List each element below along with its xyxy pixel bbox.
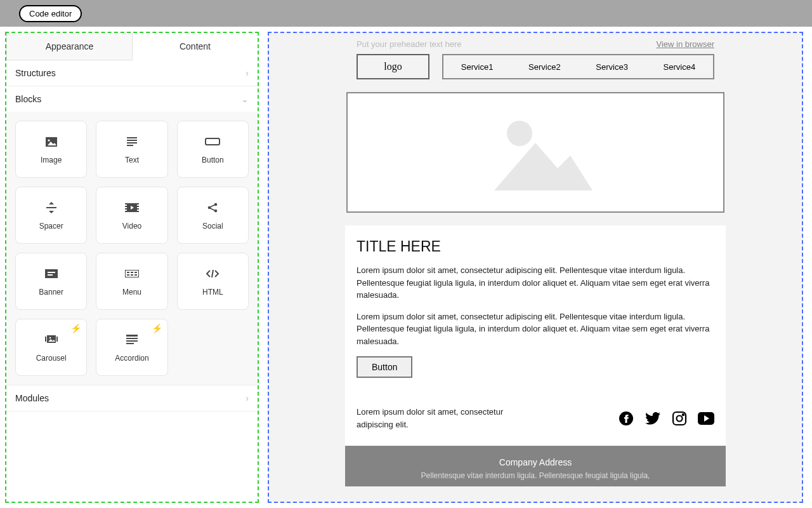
svg-line-23 [211, 205, 215, 207]
banner-icon [45, 266, 58, 281]
preheader-row: Put your preheader text here View in bro… [345, 33, 726, 54]
svg-rect-15 [125, 210, 127, 211]
twitter-icon[interactable] [645, 410, 661, 427]
header-row: logo Service1 Service2 Service3 Service4 [345, 54, 726, 92]
block-banner[interactable]: Banner [15, 253, 87, 310]
svg-marker-46 [494, 143, 593, 190]
svg-point-21 [214, 203, 218, 206]
svg-rect-33 [134, 272, 137, 273]
svg-point-37 [49, 337, 51, 338]
company-address[interactable]: Company Address [351, 457, 719, 467]
button-icon [205, 134, 220, 149]
svg-rect-36 [47, 335, 56, 343]
block-carousel-label: Carousel [36, 354, 67, 363]
svg-marker-8 [49, 202, 54, 204]
section-blocks[interactable]: Blocks ⌄ [6, 86, 258, 112]
block-menu[interactable]: Menu [96, 253, 167, 310]
social-icons [618, 410, 714, 427]
svg-rect-43 [126, 340, 138, 342]
company-footer: Company Address Pellentesque vitae inter… [345, 446, 726, 486]
block-spacer[interactable]: Spacer [15, 187, 87, 244]
block-html[interactable]: HTML [177, 253, 249, 310]
facebook-icon[interactable] [618, 410, 634, 427]
block-image-label: Image [41, 156, 62, 164]
svg-rect-4 [127, 140, 137, 141]
svg-marker-10 [49, 211, 54, 213]
block-carousel[interactable]: ⚡ Carousel [15, 319, 87, 376]
block-social-label: Social [202, 222, 223, 231]
topbar: Code editor [0, 0, 812, 27]
block-html-label: HTML [202, 288, 223, 297]
block-button[interactable]: Button [177, 121, 249, 178]
instagram-icon[interactable] [671, 410, 688, 427]
block-text[interactable]: Text [96, 121, 167, 178]
svg-rect-3 [127, 137, 137, 138]
svg-rect-41 [126, 335, 138, 337]
svg-rect-6 [127, 145, 133, 146]
svg-rect-7 [206, 138, 219, 145]
block-image[interactable]: Image [15, 121, 87, 178]
section-structures[interactable]: Structures › [6, 60, 258, 86]
svg-rect-28 [125, 270, 139, 277]
hero-image-placeholder[interactable] [346, 92, 724, 213]
block-accordion-label: Accordion [115, 354, 148, 363]
svg-rect-34 [134, 274, 137, 276]
svg-rect-30 [127, 274, 129, 276]
social-icon [207, 200, 218, 215]
block-button-label: Button [202, 156, 224, 164]
tab-appearance[interactable]: Appearance [6, 33, 133, 60]
block-banner-label: Banner [39, 288, 63, 297]
tab-content[interactable]: Content [133, 33, 258, 60]
svg-rect-29 [127, 272, 129, 273]
block-video[interactable]: Video [96, 187, 167, 244]
blocks-grid: Image Text Button Spacer Video Social [6, 112, 258, 385]
menu-icon [125, 266, 139, 281]
svg-rect-44 [126, 343, 134, 344]
cta-button[interactable]: Button [357, 356, 412, 378]
nav-item-4[interactable]: Service4 [664, 62, 696, 72]
chevron-down-icon: ⌄ [241, 94, 249, 104]
paragraph-2[interactable]: Lorem ipsum dolor sit amet, consectetur … [357, 311, 714, 348]
text-icon [127, 134, 137, 149]
company-subtext[interactable]: Pellentesque vitae interdum ligula. Pell… [351, 471, 719, 480]
chevron-right-icon: › [246, 68, 249, 78]
paragraph-1[interactable]: Lorem ipsum dolor sit amet, consectetur … [357, 264, 714, 302]
svg-rect-9 [46, 207, 56, 208]
block-social[interactable]: Social [177, 187, 249, 244]
svg-rect-16 [137, 204, 139, 206]
block-spacer-label: Spacer [39, 222, 63, 231]
view-in-browser-link[interactable]: View in browser [656, 39, 714, 49]
svg-rect-31 [131, 272, 133, 273]
svg-point-1 [48, 139, 49, 141]
structures-label: Structures [15, 68, 56, 78]
main-area: Appearance Content Structures › Blocks ⌄… [0, 27, 812, 508]
footer-text[interactable]: Lorem ipsum dolor sit amet, consectetur … [357, 406, 521, 431]
youtube-icon[interactable] [698, 410, 714, 427]
footer-row: Lorem ipsum dolor sit amet, consectetur … [345, 391, 726, 446]
block-accordion[interactable]: ⚡ Accordion [96, 319, 167, 376]
logo-placeholder[interactable]: logo [357, 54, 429, 79]
svg-point-49 [677, 415, 683, 421]
svg-line-24 [211, 208, 215, 210]
svg-rect-40 [56, 337, 58, 342]
image-placeholder-icon [475, 108, 596, 197]
sidebar: Appearance Content Structures › Blocks ⌄… [5, 32, 259, 503]
section-modules[interactable]: Modules › [6, 385, 258, 411]
svg-rect-25 [45, 269, 58, 278]
spacer-icon [46, 200, 56, 215]
email-template: Put your preheader text here View in bro… [345, 33, 726, 486]
nav-item-1[interactable]: Service1 [461, 62, 494, 72]
svg-point-45 [507, 121, 532, 146]
preview-canvas: Put your preheader text here View in bro… [268, 32, 803, 503]
block-video-label: Video [122, 222, 141, 231]
title-text[interactable]: TITLE HERE [357, 238, 714, 255]
bolt-icon: ⚡ [70, 323, 81, 333]
svg-point-50 [683, 413, 684, 415]
preheader-text[interactable]: Put your preheader text here [357, 39, 462, 49]
code-editor-button[interactable]: Code editor [19, 5, 82, 22]
svg-rect-13 [125, 204, 127, 206]
svg-point-22 [214, 210, 218, 213]
nav-item-3[interactable]: Service3 [596, 62, 628, 72]
svg-rect-5 [127, 142, 137, 144]
nav-item-2[interactable]: Service2 [528, 62, 561, 72]
